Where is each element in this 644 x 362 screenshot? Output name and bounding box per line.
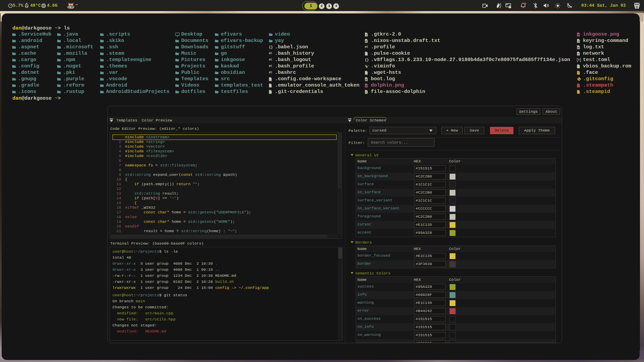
svg-text:?: ? <box>578 40 579 42</box>
svg-text:?: ? <box>578 53 579 55</box>
svg-text:?: ? <box>365 34 367 36</box>
svg-text:?: ? <box>365 91 367 93</box>
